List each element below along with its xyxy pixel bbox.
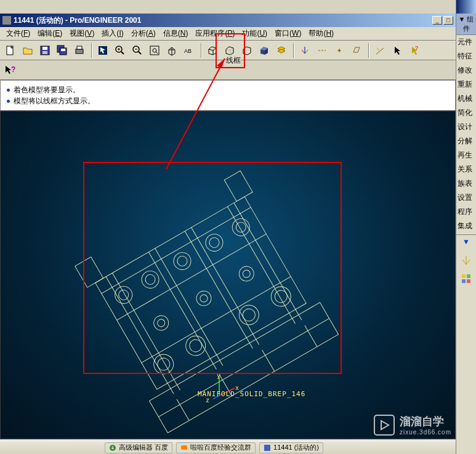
svg-text:AB: AB bbox=[184, 48, 192, 54]
point-toggle-button[interactable] bbox=[331, 42, 347, 58]
svg-line-37 bbox=[117, 234, 266, 320]
select-arrow-button[interactable] bbox=[389, 42, 405, 58]
svg-point-47 bbox=[229, 215, 252, 239]
minimize-button[interactable]: _ bbox=[432, 16, 442, 25]
menu-func[interactable]: 功能(U) bbox=[238, 27, 271, 40]
side-item-setup[interactable]: 设置 bbox=[456, 191, 476, 205]
side-collapse-icon[interactable]: ▼ bbox=[456, 236, 476, 247]
wireframe-button[interactable] bbox=[204, 42, 220, 58]
menu-help[interactable]: 帮助(H) bbox=[305, 27, 337, 40]
svg-point-59 bbox=[194, 289, 214, 309]
saveas-button[interactable] bbox=[54, 42, 70, 58]
side-item-regen[interactable]: 重新 bbox=[456, 78, 476, 92]
orient-button[interactable] bbox=[164, 42, 180, 58]
svg-line-73 bbox=[177, 399, 189, 421]
zoom-fit-button[interactable] bbox=[147, 42, 163, 58]
plane-toggle-button[interactable] bbox=[349, 42, 365, 58]
watermark: 溜溜自学 zixue.3d66.com bbox=[374, 414, 451, 436]
svg-rect-8 bbox=[77, 46, 82, 49]
query-select-button[interactable]: ? bbox=[406, 42, 422, 58]
svg-line-68 bbox=[155, 249, 223, 366]
menu-window[interactable]: 窗口(W) bbox=[271, 27, 305, 40]
open-button[interactable] bbox=[20, 42, 36, 58]
menu-analysis[interactable]: 分析(A) bbox=[127, 27, 159, 40]
side-item-mech[interactable]: 机械 bbox=[456, 92, 476, 106]
zoom-in-button[interactable] bbox=[112, 42, 128, 58]
svg-rect-84 bbox=[467, 274, 470, 278]
chat-icon bbox=[180, 444, 188, 452]
menu-info[interactable]: 信息(N) bbox=[159, 27, 192, 40]
watermark-url: zixue.3d66.com bbox=[400, 429, 451, 436]
annot-toggle-button[interactable] bbox=[372, 42, 388, 58]
play-icon bbox=[374, 415, 395, 436]
side-item-design[interactable]: 设计 bbox=[456, 120, 476, 134]
title-bar: 11441 (活动的) - Pro/ENGINEER 2001 _ □ bbox=[0, 14, 456, 27]
taskbar-item[interactable]: 11441 (活动的) bbox=[259, 442, 323, 453]
svg-point-46 bbox=[208, 236, 221, 249]
side-item-program[interactable]: 程序 bbox=[456, 205, 476, 219]
svg-line-38 bbox=[142, 277, 291, 363]
zoom-out-button[interactable] bbox=[129, 42, 145, 58]
menu-edit[interactable]: 编辑(E) bbox=[34, 27, 66, 40]
print-button[interactable] bbox=[71, 42, 87, 58]
menu-view[interactable]: 视图(V) bbox=[66, 27, 98, 40]
side-item-regenerate[interactable]: 再生 bbox=[456, 148, 476, 162]
watermark-title: 溜溜自学 bbox=[400, 414, 451, 429]
svg-point-54 bbox=[241, 306, 257, 323]
menu-app[interactable]: 应用程序(P) bbox=[192, 27, 238, 40]
menu-insert[interactable]: 插入(I) bbox=[98, 27, 127, 40]
svg-line-69 bbox=[192, 228, 259, 345]
taskbar-item[interactable]: 啦啦百度经验交流群 bbox=[176, 442, 256, 453]
side-item-integrate[interactable]: 集成 bbox=[456, 219, 476, 233]
svg-line-19 bbox=[156, 52, 158, 54]
side-item-simp[interactable]: 简化 bbox=[456, 106, 476, 120]
svg-line-80 bbox=[462, 260, 466, 265]
model-label: MANIFOLD_SOLID_BREP_146 bbox=[198, 390, 305, 398]
taskbar-item[interactable]: 高级编辑器 百度 bbox=[105, 442, 172, 453]
side-palette-icon[interactable] bbox=[459, 272, 473, 285]
svg-rect-86 bbox=[467, 279, 470, 283]
select-button[interactable] bbox=[95, 42, 111, 58]
svg-point-61 bbox=[236, 264, 257, 284]
side-panel-header[interactable]: ▼ 组件 bbox=[456, 14, 476, 35]
layers-button[interactable] bbox=[273, 42, 289, 58]
message-area: 着色模型将要显示。 模型将以线框方式显示。 bbox=[0, 80, 456, 111]
menu-file[interactable]: 文件(F) bbox=[2, 27, 34, 40]
svg-point-29 bbox=[339, 49, 341, 51]
svg-point-42 bbox=[143, 273, 157, 286]
annotations-button[interactable]: AB bbox=[181, 42, 197, 58]
side-item-component[interactable]: 元件 bbox=[456, 35, 476, 49]
svg-point-62 bbox=[241, 269, 251, 279]
new-button[interactable] bbox=[2, 42, 18, 58]
svg-point-39 bbox=[112, 283, 135, 306]
side-item-family[interactable]: 族表 bbox=[456, 177, 476, 191]
side-item-explode[interactable]: 分解 bbox=[456, 134, 476, 148]
svg-rect-3 bbox=[42, 51, 47, 54]
side-csys-icon[interactable] bbox=[459, 253, 473, 267]
svg-point-58 bbox=[156, 318, 166, 328]
whats-this-button[interactable]: ? bbox=[2, 62, 18, 78]
svg-rect-72 bbox=[224, 171, 252, 202]
model-viewer[interactable]: y x z MANIFOLD_SOLID_BREP_146 bbox=[0, 111, 456, 439]
save-button[interactable] bbox=[37, 42, 53, 58]
svg-point-43 bbox=[171, 249, 194, 273]
svg-point-57 bbox=[151, 313, 171, 333]
svg-rect-6 bbox=[61, 49, 65, 51]
svg-line-76 bbox=[262, 350, 275, 372]
csys-toggle-button[interactable] bbox=[297, 42, 313, 58]
svg-point-55 bbox=[267, 283, 294, 310]
svg-point-44 bbox=[175, 254, 189, 268]
maximize-button[interactable]: □ bbox=[443, 16, 453, 25]
side-item-modify[interactable]: 修改 bbox=[456, 63, 476, 78]
axis-toggle-button[interactable] bbox=[314, 42, 330, 58]
shaded-button[interactable] bbox=[256, 42, 272, 58]
svg-line-81 bbox=[466, 260, 470, 265]
svg-rect-71 bbox=[75, 257, 103, 288]
svg-line-63 bbox=[106, 277, 174, 394]
no-hidden-button[interactable] bbox=[239, 42, 255, 58]
side-item-relations[interactable]: 关系 bbox=[456, 162, 476, 177]
taskbar: 高级编辑器 百度 啦啦百度经验交流群 11441 (活动的) bbox=[0, 440, 456, 454]
side-item-feature[interactable]: 特征 bbox=[456, 49, 476, 63]
message-line: 模型将以线框方式显示。 bbox=[7, 95, 449, 106]
svg-point-41 bbox=[139, 268, 162, 291]
